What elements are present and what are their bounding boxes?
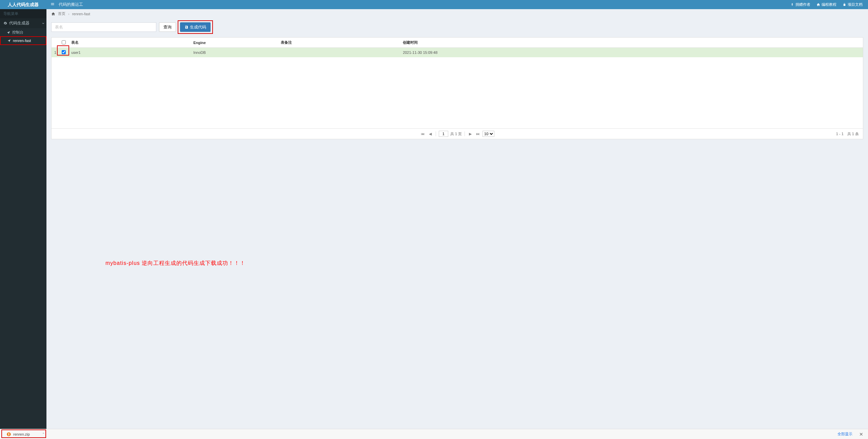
show-all-downloads-link[interactable]: 全部显示 (837, 432, 852, 437)
breadcrumb: 首页 › renren-fast (46, 9, 868, 18)
plane-icon (7, 39, 11, 42)
menu-toggle-button[interactable] (46, 2, 59, 7)
sidebar-item-renren-fast[interactable]: renren-fast (1, 37, 46, 44)
th-remark[interactable]: 表备注 (278, 38, 400, 48)
sidebar-item-codegen[interactable]: 代码生成器 (0, 18, 46, 28)
menu-icon (51, 2, 55, 6)
annotation-success-text: mybatis-plus 逆向工程生成的代码生成下载成功！！！ (105, 260, 863, 267)
th-engine[interactable]: Engine (191, 38, 278, 48)
content-area: 首页 › renren-fast 查询 生成代码 (46, 9, 868, 429)
table-container: 表名 Engine 表备注 创建时间 1 user1 Inno (51, 37, 863, 139)
first-page-button[interactable]: ⏮ (420, 131, 426, 137)
zip-file-icon (6, 432, 11, 437)
th-created[interactable]: 创建时间 (400, 38, 863, 48)
generate-code-button[interactable]: 生成代码 (180, 22, 211, 32)
gear-icon (3, 21, 7, 25)
toolbar: 查询 生成代码 (51, 18, 863, 34)
top-header: 人人代码生成器 代码的搬运工 捐赠作者 编程教程 项目文档 (0, 0, 868, 9)
page-input[interactable] (439, 131, 448, 137)
svg-rect-1 (8, 433, 9, 435)
cell-remark (278, 48, 400, 58)
th-name[interactable]: 表名 (68, 38, 191, 48)
download-bar: renren.zip ⌃ 全部显示 ✕ (0, 429, 868, 439)
docs-link[interactable]: 项目文档 (843, 2, 863, 7)
row-checkbox[interactable] (62, 50, 66, 54)
next-page-button[interactable]: ▶ (468, 131, 473, 137)
cell-name: user1 (68, 48, 191, 58)
close-download-bar-button[interactable]: ✕ (858, 432, 865, 437)
total-pages: 共 1 页 (450, 131, 462, 137)
data-table: 表名 Engine 表备注 创建时间 1 user1 Inno (52, 38, 863, 57)
table-header-row: 表名 Engine 表备注 创建时间 (52, 38, 863, 48)
tutorial-link[interactable]: 编程教程 (816, 2, 836, 7)
header-subtitle: 代码的搬运工 (59, 2, 83, 7)
pagination: ⏮ ◀ 共 1 页 ▶ ⏭ 10 1 - 1 共 1 条 (52, 128, 863, 139)
sidebar: 导航菜单 代码生成器 控制台 renren-fast (0, 9, 46, 429)
home-icon (51, 12, 55, 16)
prev-page-button[interactable]: ◀ (428, 131, 433, 137)
home-icon (816, 3, 820, 6)
row-index: 1 (52, 48, 59, 58)
yen-icon (790, 3, 794, 6)
pagination-summary: 1 - 1 共 1 条 (836, 131, 859, 137)
chevron-up-icon: ⌃ (42, 432, 45, 436)
last-page-button[interactable]: ⏭ (475, 131, 480, 137)
download-filename: renren.zip (13, 432, 30, 436)
plane-icon (7, 31, 10, 34)
app-logo: 人人代码生成器 (0, 0, 46, 9)
search-input[interactable] (51, 22, 156, 32)
page-size-select[interactable]: 10 (482, 131, 494, 137)
download-item[interactable]: renren.zip ⌃ (3, 431, 48, 438)
table-row[interactable]: 1 user1 InnoDB 2021-11-30 15:09:48 (52, 48, 863, 58)
sidebar-section-label: 导航菜单 (0, 9, 46, 18)
breadcrumb-home[interactable]: 首页 (58, 11, 65, 16)
donate-link[interactable]: 捐赠作者 (790, 2, 810, 7)
cell-created: 2021-11-30 15:09:48 (400, 48, 863, 58)
cell-engine: InnoDB (191, 48, 278, 58)
select-all-checkbox[interactable] (62, 40, 66, 44)
query-button[interactable]: 查询 (159, 22, 176, 32)
lock-icon (843, 3, 846, 6)
breadcrumb-current: renren-fast (72, 12, 90, 16)
save-icon (184, 25, 189, 29)
sidebar-item-console[interactable]: 控制台 (0, 28, 46, 37)
